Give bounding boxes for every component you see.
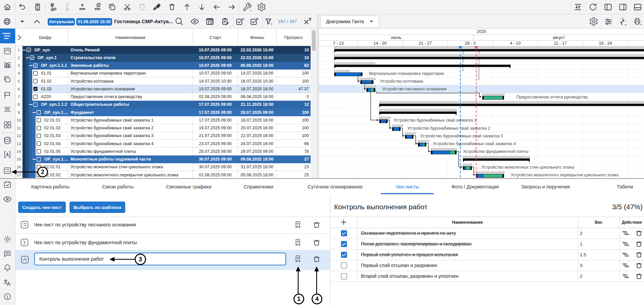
svg-text:Текущая дата: Текущая дата [461, 49, 465, 71]
svg-text:Устройство фундаментной плиты: Устройство фундаментной плиты [463, 149, 528, 154]
svg-text:7 - 13: 7 - 13 [333, 41, 344, 46]
svg-text:2025: 2025 [477, 29, 486, 34]
svg-text:июль: июль [391, 35, 401, 40]
svg-text:Предоставление отчета руководс: Предоставление отчета руководству [516, 95, 588, 99]
svg-text:Устройство котлована: Устройство котлована [380, 79, 423, 84]
svg-text:Дата актуализации: Дата актуализации [477, 49, 481, 80]
svg-text:14 - 20: 14 - 20 [374, 41, 387, 46]
svg-text:Устройство монолитных стен цок: Устройство монолитных стен цокольного эт… [481, 165, 574, 170]
svg-text:Устройство буронабивных свай з: Устройство буронабивных свай захватка 3 [420, 134, 503, 138]
svg-text:Устройство песчаного основания: Устройство песчаного основания [382, 87, 447, 91]
svg-text:4 - 10: 4 - 10 [510, 41, 521, 46]
svg-text:Устройство буронабивных свай з: Устройство буронабивных свай захватка 4 [433, 141, 516, 146]
svg-text:21 - 27: 21 - 27 [419, 41, 432, 46]
svg-text:Устройство монолитного перекры: Устройство монолитного перекрытия цоколь… [511, 173, 618, 177]
svg-text:11 - 17: 11 - 17 [554, 41, 567, 46]
svg-text:18 - 24: 18 - 24 [599, 41, 612, 46]
svg-text:Вертикальная планировка террит: Вертикальная планировка территории [369, 71, 444, 76]
svg-text:Устройство буронабивных свай з: Устройство буронабивных свай захватка 1 [394, 118, 476, 123]
svg-text:28 - 3: 28 - 3 [465, 41, 475, 46]
svg-text:август: август [553, 35, 565, 40]
svg-text:Устройство буронабивных свай з: Устройство буронабивных свай захватка 2 [407, 126, 490, 131]
